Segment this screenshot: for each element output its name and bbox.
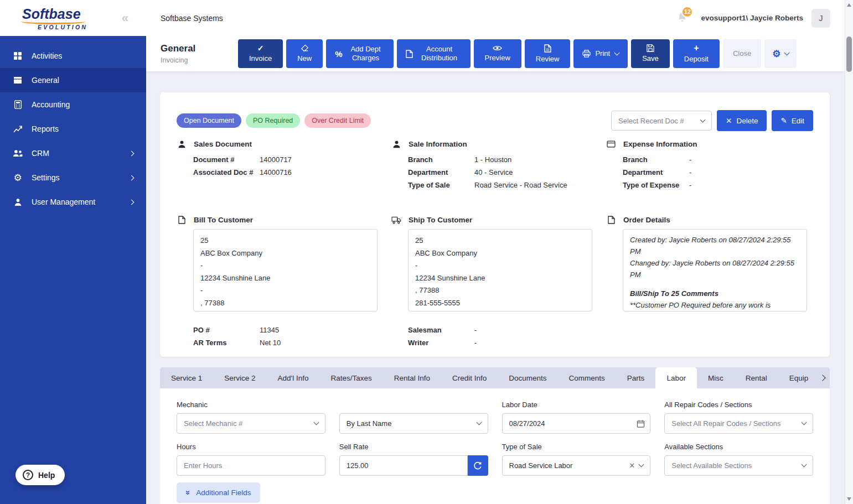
scroll-up-icon[interactable]	[847, 3, 851, 7]
tab-equip[interactable]: Equip	[778, 367, 820, 388]
sidebar-item-activities[interactable]: Activities	[0, 44, 146, 68]
field-label: Document #	[193, 153, 260, 166]
sidebar-item-user-management[interactable]: User Management	[0, 190, 146, 214]
person-icon	[177, 140, 187, 148]
tab-service-2[interactable]: Service 2	[213, 367, 266, 388]
created-by-text: Created by: Jaycie Roberts on 08/27/2024…	[630, 235, 800, 257]
field-row: AR TermsNet 10	[193, 336, 391, 349]
repair-codes-select[interactable]: Select All Repair Codes / Sections	[664, 413, 813, 434]
page-scrollbar[interactable]	[845, 0, 853, 504]
review-button[interactable]: Review	[525, 39, 571, 68]
scroll-down-icon[interactable]	[847, 497, 851, 501]
sidebar: Softbase EVOLUTION « Activities General …	[0, 0, 146, 504]
hours-input[interactable]	[177, 455, 325, 476]
expense-information-section: Expense Information Branch- Department- …	[606, 140, 813, 206]
account-distribution-label: Account Distribution	[417, 45, 462, 63]
order-details-box[interactable]: Created by: Jaycie Roberts on 08/27/2024…	[623, 229, 807, 311]
tab-rental[interactable]: Rental	[735, 367, 778, 388]
add-dept-charges-button[interactable]: % Add Dept Charges	[326, 39, 393, 68]
tab-rates-taxes[interactable]: Rates/Taxes	[319, 367, 382, 388]
tab-documents[interactable]: Documents	[498, 367, 557, 388]
close-button[interactable]: Close	[723, 39, 761, 68]
header-right: 12 evosupport1\ Jaycie Roberts J	[676, 9, 830, 28]
preview-label: Preview	[485, 54, 510, 63]
clear-icon[interactable]: ✕	[629, 461, 635, 470]
new-label: New	[297, 54, 312, 63]
mechanic-sort-select-value: By Last Name	[347, 419, 473, 428]
labor-date-label: Labor Date	[502, 401, 651, 409]
tabs-scroll-right-button[interactable]	[816, 367, 829, 388]
field-value: -	[474, 324, 813, 336]
recent-doc-select[interactable]: Select Recent Doc #	[611, 111, 712, 131]
bell-icon	[676, 17, 688, 25]
account-distribution-button[interactable]: Account Distribution	[397, 39, 471, 68]
tab-service-1[interactable]: Service 1	[160, 367, 213, 388]
print-button[interactable]: Print	[573, 39, 628, 68]
sidebar-collapse-icon[interactable]: «	[122, 11, 128, 25]
settings-menu-button[interactable]: ⚙	[764, 39, 797, 68]
sidebar-item-label: User Management	[32, 198, 95, 206]
address-line: -	[200, 259, 370, 272]
sell-rate-input[interactable]	[339, 455, 468, 476]
address-line: 12234 Sunshine Lane	[200, 272, 370, 285]
new-button[interactable]: New	[286, 39, 323, 68]
hours-label: Hours	[177, 443, 325, 451]
save-button[interactable]: Save	[631, 39, 670, 68]
tab-rental-info[interactable]: Rental Info	[383, 367, 441, 388]
ship-to-section: Ship To Customer 25 ABC Box Company - 12…	[391, 216, 606, 311]
printer-icon	[582, 50, 591, 58]
bill-to-box[interactable]: 25 ABC Box Company - 12234 Sunshine Lane…	[193, 229, 378, 311]
sidebar-item-crm[interactable]: CRM	[0, 141, 146, 165]
preview-button[interactable]: Preview	[474, 39, 521, 68]
sidebar-item-general[interactable]: General	[0, 68, 146, 92]
calendar-icon[interactable]	[637, 419, 645, 428]
chevron-right-icon	[129, 199, 135, 205]
available-sections-field: Available Sections Select Available Sect…	[664, 443, 813, 476]
sidebar-item-settings[interactable]: ⚙ Settings	[0, 165, 146, 190]
field-row: Branch1 - Houston	[408, 153, 606, 166]
refresh-rate-button[interactable]	[468, 455, 488, 476]
tab-comments[interactable]: Comments	[558, 367, 616, 388]
sidebar-item-reports[interactable]: Reports	[0, 117, 146, 141]
field-label: Type of Expense	[623, 179, 689, 191]
content-area: Open Document PO Required Over Credit Li…	[146, 71, 845, 504]
deposit-button[interactable]: + Deposit	[673, 39, 720, 68]
field-row: Department-	[623, 166, 813, 179]
review-label: Review	[536, 55, 560, 64]
delete-button[interactable]: ✕ Delete	[717, 110, 767, 131]
field-row: Associated Doc #14000716	[193, 166, 391, 179]
sidebar-item-accounting[interactable]: Accounting	[0, 92, 146, 117]
edit-button[interactable]: ✎ Edit	[772, 110, 813, 131]
notifications-button[interactable]: 12	[676, 12, 688, 25]
avatar[interactable]: J	[811, 9, 830, 28]
tab-credit-info[interactable]: Credit Info	[441, 367, 498, 388]
field-value: Road Service - Road Service	[474, 179, 606, 191]
tab-misc[interactable]: Misc	[697, 367, 735, 388]
ship-to-box[interactable]: 25 ABC Box Company - 12234 Sunshine Lane…	[408, 229, 592, 311]
additional-fields-button[interactable]: » Additional Fields	[177, 482, 260, 503]
available-sections-select[interactable]: Select Available Sections	[664, 455, 813, 476]
order-details-section: Order Details Created by: Jaycie Roberts…	[606, 216, 813, 311]
labor-date-input[interactable]	[502, 413, 651, 434]
tab-labor[interactable]: Labor	[655, 367, 697, 388]
field-label: PO #	[193, 324, 260, 336]
mechanic-select[interactable]: Select Mechanic #	[177, 413, 325, 434]
type-of-sale-select[interactable]: Road Service Labor ✕	[502, 455, 651, 476]
mechanic-sort-field: By Last Name	[339, 401, 488, 434]
tab-addl-info[interactable]: Add'l Info	[267, 367, 320, 388]
help-label: Help	[38, 471, 55, 480]
scrollbar-thumb[interactable]	[846, 37, 852, 72]
invoice-button[interactable]: ✓ Invoice	[238, 39, 283, 68]
address-line: ABC Box Company	[200, 247, 370, 260]
field-label: Associated Doc #	[193, 166, 260, 179]
field-row: Type of Expense-	[623, 179, 813, 191]
section-title: Expense Information	[623, 140, 697, 148]
sidebar-item-label: Accounting	[32, 100, 70, 109]
help-button[interactable]: ? Help	[15, 465, 65, 485]
top-header: Softbase Systems 12 evosupport1\ Jaycie …	[146, 0, 845, 36]
mechanic-sort-select[interactable]: By Last Name	[339, 413, 488, 434]
double-chevron-down-icon: »	[184, 490, 193, 495]
tab-parts[interactable]: Parts	[616, 367, 656, 388]
plus-icon: +	[694, 44, 699, 53]
recent-doc-select-value: Select Recent Doc #	[618, 117, 696, 125]
